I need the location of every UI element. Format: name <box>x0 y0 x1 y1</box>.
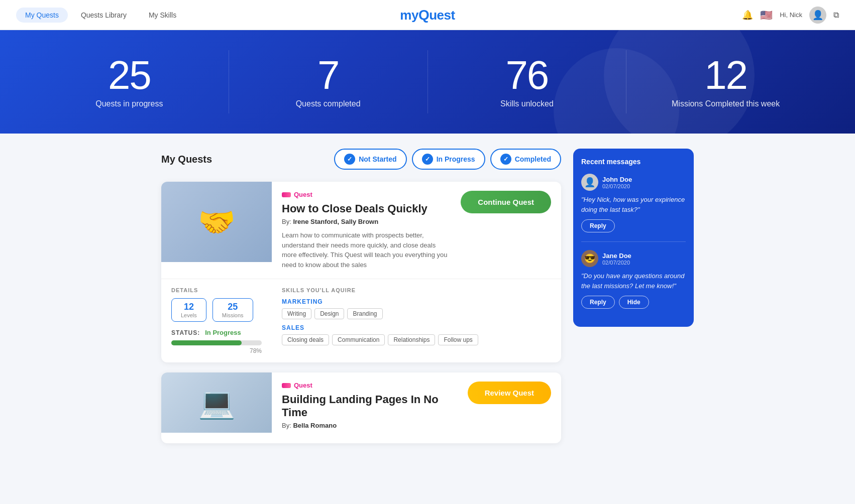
stat-skills-unlocked: 76 Skills unlocked <box>428 50 627 113</box>
msg-avatar-1: 👤 <box>581 174 598 191</box>
stat-label-missions-completed: Missions Completed this week <box>636 99 815 108</box>
quest-card-top-1: 🤝 Quest How to Close Deals Quickly By: I… <box>161 182 561 279</box>
quest-info-1: Quest How to Close Deals Quickly By: Ire… <box>272 182 461 279</box>
stat-quests-in-progress: 25 Quests in progress <box>30 50 229 113</box>
sales-skill-tags: Closing deals Communication Relationship… <box>282 334 551 345</box>
filter-in-progress[interactable]: ✓ In Progress <box>412 149 485 170</box>
badge-dot-icon-1 <box>282 192 291 197</box>
quest-type-badge-2: Quest <box>282 382 458 389</box>
quest-title-2: Building Landing Pages In No Time <box>282 393 458 419</box>
detail-numbers-1: 12 Levels 25 Missions <box>171 298 262 322</box>
badge-dot-icon-2 <box>282 383 291 388</box>
message-meta-1: 👤 John Doe 02/07/2020 <box>581 174 686 191</box>
skill-tag-design: Design <box>314 308 344 319</box>
navbar-right: 🔔 🇺🇸 Hi, Nick 👤 ⧉ <box>742 7 839 24</box>
quest-action-2: Review Quest <box>468 372 561 404</box>
msg-avatar-2: 😎 <box>581 250 598 267</box>
skill-tag-follow-ups: Follow ups <box>438 334 478 345</box>
msg-actions-2: Reply Hide <box>581 296 686 309</box>
quest-author-names-2: Bella Romano <box>293 422 337 429</box>
notification-bell-icon[interactable]: 🔔 <box>742 10 753 21</box>
nav-tabs: My Quests Quests Library My Skills <box>16 8 185 23</box>
quest-description-1: Learn how to communicate with prospects … <box>282 230 451 270</box>
stat-label-skills-unlocked: Skills unlocked <box>438 99 616 108</box>
stat-label-quests-completed: Quests completed <box>239 99 417 108</box>
skills-section-1: SKILLS YOU'LL AQUIRE MARKETING Writing D… <box>282 287 551 348</box>
skills-label-1: SKILLS YOU'LL AQUIRE <box>282 287 551 293</box>
skill-tag-relationships: Relationships <box>388 334 435 345</box>
msg-actions-1: Reply <box>581 219 686 232</box>
missions-box-1: 25 Missions <box>212 298 253 322</box>
stat-number-skills-unlocked: 76 <box>438 55 616 95</box>
msg-hide-button-2[interactable]: Hide <box>619 296 649 309</box>
filter-not-started[interactable]: ✓ Not Started <box>334 149 406 170</box>
continue-quest-button-1[interactable]: Continue Quest <box>461 191 551 213</box>
msg-text-1: "Hey Nick, how was your expirience doing… <box>581 195 686 214</box>
navbar: My Quests Quests Library My Skills myQue… <box>0 0 855 30</box>
check-icon-in-progress: ✓ <box>422 154 433 165</box>
msg-sender-name-2: Jane Doe <box>602 252 631 260</box>
missions-count-1: 25 <box>222 302 244 312</box>
quest-action-1: Continue Quest <box>461 182 561 213</box>
quest-details-1: DETAILS 12 Levels 25 Missions STATUS: <box>161 279 561 362</box>
msg-sender-name-1: John Doe <box>602 176 632 183</box>
language-flag-icon[interactable]: 🇺🇸 <box>760 9 773 21</box>
skill-tag-writing: Writing <box>282 308 311 319</box>
section-header: My Quests ✓ Not Started ✓ In Progress ✓ … <box>161 149 561 170</box>
check-icon-completed: ✓ <box>500 154 511 165</box>
nav-tab-quests-library[interactable]: Quests Library <box>72 8 136 23</box>
progress-percent-1: 78% <box>171 347 262 354</box>
quest-thumbnail-1: 🤝 <box>161 182 272 262</box>
user-greeting: Hi, Nick <box>780 11 802 19</box>
msg-sender-info-2: Jane Doe 02/07/2020 <box>602 252 631 266</box>
quest-author-1: By: Irene Stanford, Sally Brown <box>282 218 451 225</box>
stat-missions-completed: 12 Missions Completed this week <box>626 50 825 113</box>
skill-tag-communication: Communication <box>332 334 385 345</box>
section-title: My Quests <box>161 154 212 165</box>
msg-reply-button-1[interactable]: Reply <box>581 219 615 232</box>
msg-sender-info-1: John Doe 02/07/2020 <box>602 176 632 189</box>
copy-icon[interactable]: ⧉ <box>833 11 839 20</box>
main-content: My Quests ✓ Not Started ✓ In Progress ✓ … <box>151 134 704 468</box>
message-item-1: 👤 John Doe 02/07/2020 "Hey Nick, how was… <box>581 174 686 232</box>
quest-thumbnail-2: 💻 <box>161 372 272 433</box>
status-row-1: STATUS: In Progress <box>171 329 262 336</box>
avatar[interactable]: 👤 <box>809 7 826 24</box>
levels-label-1: Levels <box>181 312 197 318</box>
skill-tag-branding: Branding <box>347 308 382 319</box>
check-icon-not-started: ✓ <box>344 154 355 165</box>
stat-number-quests-in-progress: 25 <box>40 55 219 95</box>
status-value-1: In Progress <box>205 329 241 336</box>
quests-section: My Quests ✓ Not Started ✓ In Progress ✓ … <box>161 149 561 453</box>
quest-type-label-2: Quest <box>294 382 312 389</box>
messages-card: Recent messages 👤 John Doe 02/07/2020 "H… <box>573 149 694 327</box>
filter-in-progress-label: In Progress <box>437 155 475 163</box>
filter-completed[interactable]: ✓ Completed <box>490 149 561 170</box>
msg-divider <box>581 241 686 242</box>
levels-box-1: 12 Levels <box>171 298 206 322</box>
msg-date-2: 02/07/2020 <box>602 260 631 266</box>
nav-tab-my-quests[interactable]: My Quests <box>16 8 68 23</box>
filter-not-started-label: Not Started <box>359 155 396 163</box>
nav-tab-my-skills[interactable]: My Skills <box>140 8 185 23</box>
quest-author-names-1: Irene Stanford, Sally Brown <box>293 218 378 225</box>
messages-title: Recent messages <box>581 158 686 166</box>
marketing-skill-tags: Writing Design Branding <box>282 308 551 319</box>
message-item-2: 😎 Jane Doe 02/07/2020 "Do you have any q… <box>581 250 686 309</box>
levels-count-1: 12 <box>181 302 197 312</box>
filter-completed-label: Completed <box>515 155 551 163</box>
hero-banner: 25 Quests in progress 7 Quests completed… <box>0 30 855 134</box>
stat-label-quests-in-progress: Quests in progress <box>40 99 219 108</box>
skill-category-sales: SALES <box>282 324 551 331</box>
skill-category-marketing: MARKETING <box>282 298 551 305</box>
review-quest-button-2[interactable]: Review Quest <box>468 382 551 404</box>
quest-author-2: By: Bella Romano <box>282 422 458 429</box>
quest-info-2: Quest Building Landing Pages In No Time … <box>272 372 468 443</box>
quest-type-badge-1: Quest <box>282 191 451 198</box>
quest-card-top-2: 💻 Quest Building Landing Pages In No Tim… <box>161 372 561 443</box>
quest-details-left-1: DETAILS 12 Levels 25 Missions STATUS: <box>171 287 262 354</box>
quest-card-2: 💻 Quest Building Landing Pages In No Tim… <box>161 372 561 443</box>
skill-tag-closing-deals: Closing deals <box>282 334 329 345</box>
msg-reply-button-2[interactable]: Reply <box>581 296 615 309</box>
stat-quests-completed: 7 Quests completed <box>229 50 428 113</box>
